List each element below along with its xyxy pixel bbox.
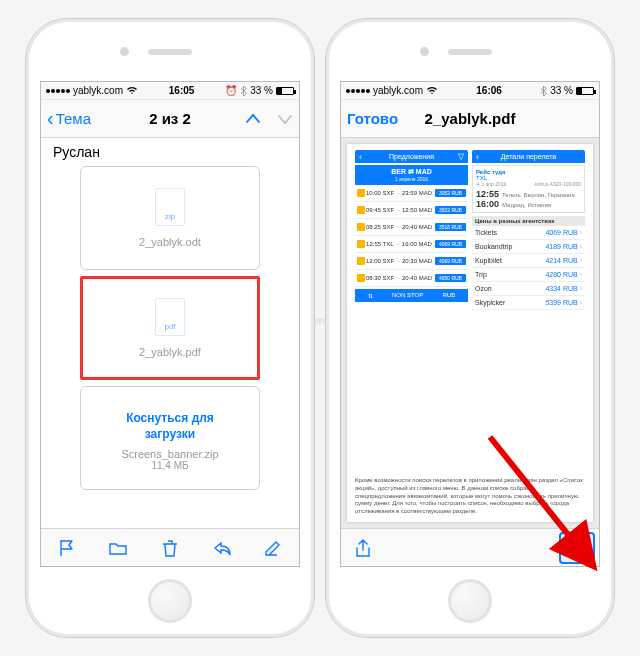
- carrier-label: yablyk.com: [373, 85, 423, 96]
- agency-row: Bookandtrip4189 RUB ›: [472, 240, 585, 254]
- sender-name: Руслан: [53, 144, 291, 160]
- folder-icon[interactable]: [108, 538, 128, 558]
- compose-icon[interactable]: [263, 538, 283, 558]
- signal-icon: [346, 89, 370, 93]
- filter-icon: ⇅: [368, 292, 373, 299]
- pdf-page: ‹ Предложения ▽ ‹ Детали перелета BER ⇌ …: [347, 144, 593, 522]
- attachment-name: 2_yablyk.pdf: [139, 346, 201, 358]
- flight-row: 12:55 TXL→16:00 MAD4069 RUB: [355, 236, 468, 253]
- flight-row: 09:45 SXF→12:50 MAD3502 RUB: [355, 202, 468, 219]
- alarm-icon: ⏰: [225, 85, 237, 96]
- speaker-slot: [448, 49, 492, 55]
- wifi-icon: [426, 86, 438, 95]
- preview-toolbar: [341, 528, 599, 566]
- flight-row: 12:00 SXF→20:30 MAD4069 RUB: [355, 253, 468, 270]
- status-bar: yablyk.com 16:06 33 %: [341, 82, 599, 100]
- clock-label: 16:06: [476, 85, 502, 96]
- battery-icon: [276, 87, 294, 95]
- pdf-footer-paragraph: Кроме возможности поиска перелетов в при…: [355, 477, 585, 516]
- signal-icon: [46, 89, 70, 93]
- tap-to-download-label: Коснуться для загрузки: [126, 411, 214, 442]
- details-column: Рейс туда TXL ✈ 1 апр 2016 Airbus A320-1…: [472, 165, 585, 471]
- bluetooth-icon: [540, 86, 547, 96]
- agency-row: Trip4280 RUB ›: [472, 268, 585, 282]
- flag-icon[interactable]: [57, 538, 77, 558]
- battery-pct-label: 33 %: [250, 85, 273, 96]
- attachment-download[interactable]: Коснуться для загрузки Screens_banner.zi…: [80, 386, 260, 490]
- clock-label: 16:05: [169, 85, 195, 96]
- attachment-name: 2_yablyk.odt: [139, 236, 201, 248]
- prev-message-button[interactable]: [245, 112, 261, 126]
- agency-row: Skypicker5399 RUB ›: [472, 296, 585, 310]
- bluetooth-icon: [240, 86, 247, 96]
- camera-dot: [120, 47, 129, 56]
- mail-toolbar: [41, 528, 299, 566]
- file-icon: pdf: [155, 298, 185, 336]
- message-body[interactable]: Руслан zip 2_yablyk.odt pdf 2_yablyk.pdf…: [41, 138, 299, 528]
- nav-bar: Готово 2_yablyk.pdf: [341, 100, 599, 138]
- phone-right: yablyk.com 16:06 33 % Готово 2_yablyk.pd…: [325, 18, 615, 638]
- home-button[interactable]: [148, 579, 192, 623]
- flight-detail: Рейс туда TXL ✈ 1 апр 2016 Airbus A320-1…: [472, 165, 585, 213]
- briefcase-icon[interactable]: [567, 538, 587, 558]
- attachment-size: 11,4 МБ: [151, 460, 188, 471]
- home-button[interactable]: [448, 579, 492, 623]
- filter-bar: ⇅ NON STOP RUB: [355, 289, 468, 302]
- flights-column: BER ⇌ MAD 1 апреля 2016 10:00 SXF→23:59 …: [355, 165, 468, 471]
- doc-title: 2_yablyk.pdf: [341, 110, 599, 127]
- camera-dot: [420, 47, 429, 56]
- wifi-icon: [126, 86, 138, 95]
- file-icon: zip: [155, 188, 185, 226]
- pdf-viewer[interactable]: ‹ Предложения ▽ ‹ Детали перелета BER ⇌ …: [341, 138, 599, 528]
- flight-row: 10:00 SXF→23:59 MAD3052 RUB: [355, 185, 468, 202]
- agency-row: Kupibilet4214 RUB ›: [472, 254, 585, 268]
- reply-icon[interactable]: [212, 538, 232, 558]
- agency-header: Цены в разных агентствах: [472, 216, 585, 226]
- agency-row: Ozon4334 RUB ›: [472, 282, 585, 296]
- carrier-label: yablyk.com: [73, 85, 123, 96]
- pdf-tab-offers: ‹ Предложения ▽: [355, 150, 468, 163]
- flight-row: 08:25 SXF→20:40 MAD3518 RUB: [355, 219, 468, 236]
- screen-right: yablyk.com 16:06 33 % Готово 2_yablyk.pd…: [340, 81, 600, 567]
- pdf-tab-details: ‹ Детали перелета: [472, 150, 585, 163]
- status-bar: yablyk.com 16:05 ⏰ 33 %: [41, 82, 299, 100]
- battery-pct-label: 33 %: [550, 85, 573, 96]
- attachment-name: Screens_banner.zip: [121, 448, 218, 460]
- trash-icon[interactable]: [160, 538, 180, 558]
- attachment-zip[interactable]: zip 2_yablyk.odt: [80, 166, 260, 270]
- flight-row: 08:30 SXF→20:40 MAD4650 RUB: [355, 270, 468, 287]
- chevron-left-icon: ‹: [476, 152, 479, 162]
- share-icon[interactable]: [353, 538, 373, 558]
- nav-bar: ‹ Тема 2 из 2: [41, 100, 299, 138]
- attachment-pdf[interactable]: pdf 2_yablyk.pdf: [80, 276, 260, 380]
- next-message-button: [277, 112, 293, 126]
- screen-left: yablyk.com 16:05 ⏰ 33 % ‹ Тема 2 из 2: [40, 81, 300, 567]
- funnel-icon: ▽: [458, 152, 464, 161]
- battery-icon: [576, 87, 594, 95]
- speaker-slot: [148, 49, 192, 55]
- route-header: BER ⇌ MAD 1 апреля 2016: [355, 165, 468, 185]
- phone-left: yablyk.com 16:05 ⏰ 33 % ‹ Тема 2 из 2: [25, 18, 315, 638]
- agency-row: Tickets4069 RUB ›: [472, 226, 585, 240]
- chevron-left-icon: ‹: [359, 152, 362, 162]
